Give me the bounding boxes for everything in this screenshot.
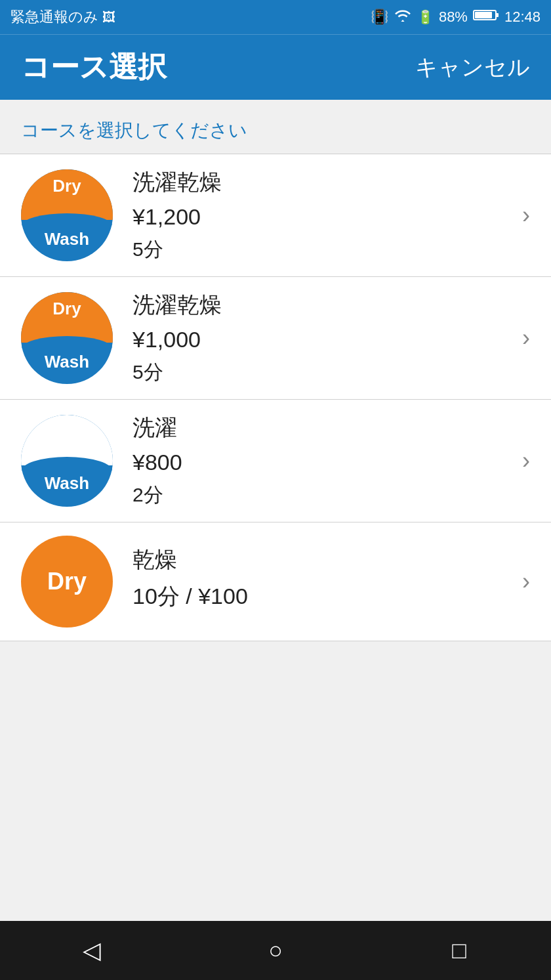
icon-label-wash: Wash bbox=[21, 352, 113, 372]
list-item[interactable]: Wash 洗濯 ¥800 2分 › bbox=[0, 400, 551, 522]
item-info: 乾燥 10分 / ¥100 bbox=[133, 545, 512, 618]
home-button[interactable]: ○ bbox=[249, 924, 302, 977]
item-icon-dry-wash-1: Dry Wash bbox=[21, 169, 113, 261]
item-info: 洗濯乾燥 ¥1,200 5分 bbox=[133, 167, 512, 263]
status-left: 緊急通報のみ 🖼 bbox=[10, 7, 115, 27]
content: コースを選択してください Dry Wash 洗濯乾燥 ¥1,200 5分 › D… bbox=[0, 100, 551, 921]
list-item[interactable]: Dry 乾燥 10分 / ¥100 › bbox=[0, 522, 551, 641]
item-name: 洗濯乾燥 bbox=[133, 167, 512, 198]
item-icon-wash: Wash bbox=[21, 415, 113, 507]
bottom-nav: ◁ ○ □ bbox=[0, 921, 551, 980]
item-time: 2分 bbox=[133, 482, 512, 509]
time-display: 12:48 bbox=[504, 9, 541, 26]
battery-icon bbox=[473, 9, 499, 26]
chevron-right-icon: › bbox=[522, 202, 530, 229]
item-info: 洗濯乾燥 ¥1,000 5分 bbox=[133, 290, 512, 386]
vibrate-icon: 📳 bbox=[371, 9, 388, 26]
icon-label-wash: Wash bbox=[21, 229, 113, 249]
item-price: ¥800 bbox=[133, 450, 512, 475]
item-time: 5分 bbox=[133, 236, 512, 263]
item-icon-dry: Dry bbox=[21, 536, 113, 628]
emergency-text: 緊急通報のみ bbox=[10, 7, 98, 27]
svg-rect-2 bbox=[475, 12, 492, 18]
section-label: コースを選択してください bbox=[0, 100, 551, 154]
item-price: ¥1,000 bbox=[133, 327, 512, 352]
empty-space bbox=[0, 641, 551, 871]
charge-icon: 🔋 bbox=[417, 9, 434, 25]
icon-label-wash: Wash bbox=[21, 473, 113, 494]
status-bar: 緊急通報のみ 🖼 📳 🔋 88% 12:48 bbox=[0, 0, 551, 34]
item-icon-dry-wash-2: Dry Wash bbox=[21, 292, 113, 384]
item-name: 乾燥 bbox=[133, 545, 512, 575]
item-price: ¥1,200 bbox=[133, 204, 512, 230]
back-button[interactable]: ◁ bbox=[66, 924, 118, 977]
chevron-right-icon: › bbox=[522, 447, 530, 475]
chevron-right-icon: › bbox=[522, 324, 530, 352]
sim-icon: 🖼 bbox=[102, 10, 115, 25]
cancel-button[interactable]: キャンセル bbox=[415, 53, 530, 83]
chevron-right-icon: › bbox=[522, 568, 530, 595]
item-name: 洗濯 bbox=[133, 413, 512, 443]
icon-label-dry: Dry bbox=[47, 568, 87, 595]
recent-button[interactable]: □ bbox=[433, 924, 485, 977]
header: コース選択 キャンセル bbox=[0, 34, 551, 100]
battery-text: 88% bbox=[439, 9, 468, 26]
item-name: 洗濯乾燥 bbox=[133, 290, 512, 320]
item-price: 10分 / ¥100 bbox=[133, 582, 512, 612]
icon-label-dry: Dry bbox=[21, 176, 113, 196]
icon-label-dry: Dry bbox=[21, 299, 113, 319]
page-title: コース選択 bbox=[21, 48, 167, 87]
svg-rect-1 bbox=[496, 13, 499, 17]
item-time: 5分 bbox=[133, 359, 512, 386]
list-item[interactable]: Dry Wash 洗濯乾燥 ¥1,200 5分 › bbox=[0, 154, 551, 277]
wifi-icon bbox=[394, 8, 412, 26]
status-right: 📳 🔋 88% 12:48 bbox=[371, 8, 541, 26]
item-info: 洗濯 ¥800 2分 bbox=[133, 413, 512, 509]
list-item[interactable]: Dry Wash 洗濯乾燥 ¥1,000 5分 › bbox=[0, 277, 551, 400]
